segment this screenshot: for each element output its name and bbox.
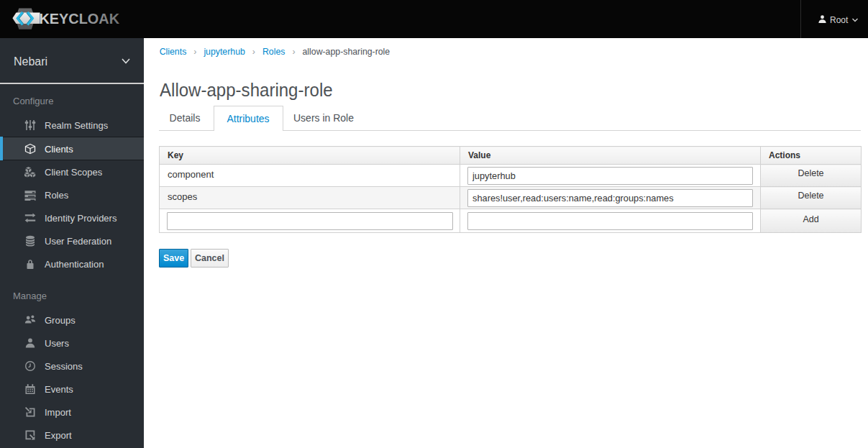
svg-text:KEYCLOAK: KEYCLOAK [40,10,120,27]
